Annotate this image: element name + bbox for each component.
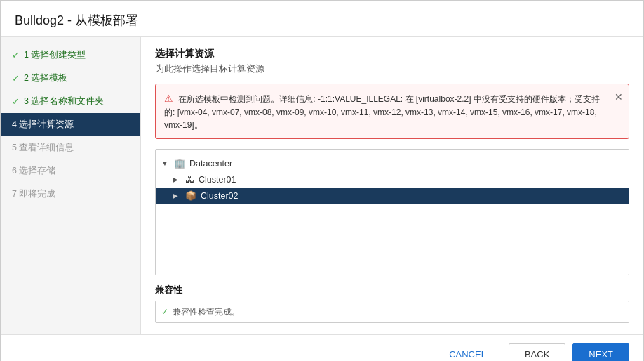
dialog: Bulldog2 - 从模板部署 ✓ 1 选择创建类型 ✓ 2 选择模板 ✓ 3… [0,0,644,361]
compat-check-icon: ✓ [161,307,168,317]
resource-tree: ▼ 🏢 Datacenter ▶ 🖧 Cluster01 ▶ 📦 Cluster… [155,149,629,275]
next-button[interactable]: NEXT [572,343,629,361]
close-warning-button[interactable]: ✕ [615,90,623,105]
sidebar-item-step7: 7 即将完成 [1,183,140,206]
sidebar: ✓ 1 选择创建类型 ✓ 2 选择模板 ✓ 3 选择名称和文件夹 4 选择计算资… [1,37,141,334]
cluster-icon: 🖧 [185,174,194,185]
sidebar-item-label: 5 查看详细信息 [12,142,74,154]
expand-arrow-icon: ▶ [173,192,182,199]
dialog-header: Bulldog2 - 从模板部署 [1,1,643,37]
warning-box: ⚠ 在所选模板中检测到问题。详细信息: -1:1:VALUE_ILLEGAL: … [155,84,629,139]
warning-icon: ⚠ [164,93,173,104]
section-title: 选择计算资源 [155,48,629,60]
expand-arrow-icon: ▶ [173,176,182,183]
sidebar-item-label: 6 选择存储 [12,165,55,177]
sidebar-item-step6: 6 选择存储 [1,159,140,183]
checkmark-icon: ✓ [12,50,20,60]
checkmark-icon: ✓ [12,73,20,84]
main-content: 选择计算资源 为此操作选择目标计算资源 ⚠ 在所选模板中检测到问题。详细信息: … [141,37,643,334]
warning-text: 在所选模板中检测到问题。详细信息: -1:1:VALUE_ILLEGAL: 在 … [164,94,600,130]
compat-section: 兼容性 ✓ 兼容性检查完成。 [155,284,629,323]
cancel-button[interactable]: CANCEL [434,344,502,361]
checkmark-icon: ✓ [12,96,20,107]
sidebar-item-label: 3 选择名称和文件夹 [24,96,104,107]
compat-text: 兼容性检查完成。 [173,306,240,318]
tree-item-label: Cluster01 [199,175,236,185]
sidebar-item-step2[interactable]: ✓ 2 选择模板 [1,67,140,90]
compat-title: 兼容性 [155,284,629,296]
tree-item-label: Cluster02 [201,191,239,201]
back-button[interactable]: BACK [509,343,565,361]
section-subtitle: 为此操作选择目标计算资源 [155,63,629,75]
sidebar-item-step4[interactable]: 4 选择计算资源 [1,113,140,136]
tree-item-datacenter[interactable]: ▼ 🏢 Datacenter [156,155,629,171]
dialog-body: ✓ 1 选择创建类型 ✓ 2 选择模板 ✓ 3 选择名称和文件夹 4 选择计算资… [1,37,643,334]
sidebar-item-step5: 5 查看详细信息 [1,136,140,159]
sidebar-item-label: 2 选择模板 [24,72,67,84]
sidebar-item-step1[interactable]: ✓ 1 选择创建类型 [1,44,140,67]
cluster-yellow-icon: 📦 [185,190,196,201]
compat-box: ✓ 兼容性检查完成。 [155,301,629,323]
sidebar-item-label: 7 即将完成 [12,188,55,200]
sidebar-item-label: 1 选择创建类型 [24,49,86,61]
tree-item-label: Datacenter [189,159,232,169]
dialog-footer: CANCEL BACK NEXT [1,334,643,361]
tree-item-cluster02[interactable]: ▶ 📦 Cluster02 [156,188,629,204]
sidebar-item-label: 4 选择计算资源 [12,119,74,131]
datacenter-icon: 🏢 [174,158,185,169]
tree-item-cluster01[interactable]: ▶ 🖧 Cluster01 [156,171,629,188]
expand-arrow-icon: ▼ [161,159,171,167]
dialog-title: Bulldog2 - 从模板部署 [15,12,629,29]
sidebar-item-step3[interactable]: ✓ 3 选择名称和文件夹 [1,90,140,113]
